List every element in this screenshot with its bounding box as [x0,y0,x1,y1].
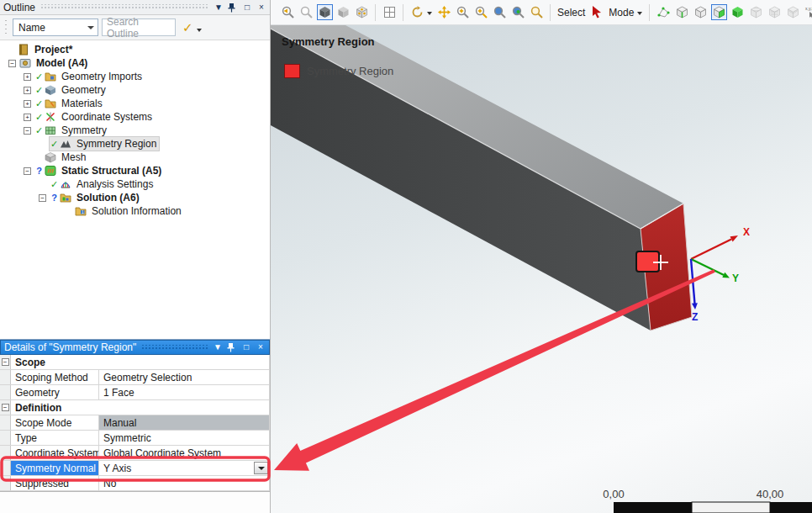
details-property-row[interactable]: Scoping MethodGeometry Selection [0,370,270,385]
chevron-down-icon[interactable] [427,12,432,15]
pin-icon[interactable] [228,3,238,13]
details-property-row[interactable]: Scope ModeManual [0,415,270,431]
tree-item-content[interactable]: ✓Materials [34,97,105,110]
tree-item-analysis-settings[interactable]: ✓Analysis Settings [0,177,270,191]
property-value[interactable]: No [99,476,270,490]
tree-item-content[interactable]: Mesh [34,151,88,164]
gray-cube-icon[interactable] [335,4,351,20]
details-property-row[interactable]: SuppressedNo [0,476,270,491]
tree-item-content[interactable]: ✓Symmetry [34,124,109,137]
collapse-toggle-icon[interactable]: − [2,404,9,411]
mesh-select-face-icon[interactable] [785,4,801,20]
property-label[interactable]: Geometry [11,385,99,399]
property-value[interactable]: 1 Face [99,385,270,399]
mode-label[interactable]: Mode [609,7,634,19]
select-body-icon[interactable] [730,4,746,20]
details-property-row[interactable]: Geometry1 Face [0,385,270,400]
property-value[interactable]: Global Coordinate System [99,446,270,460]
search-input[interactable]: Search Outline [102,19,176,36]
property-label[interactable]: Symmetry Normal [11,461,99,475]
collapse-toggle-icon[interactable]: − [2,358,9,366]
property-value[interactable]: Manual [99,415,270,430]
details-property-row[interactable]: Coordinate SystemGlobal Coordinate Syste… [0,446,270,461]
close-icon[interactable]: × [256,3,266,13]
tree-item-content[interactable]: ?Static Structural (A5) [34,164,164,177]
chevron-down-icon[interactable] [197,29,202,32]
mesh-select-element-icon[interactable] [767,4,783,20]
tree-item-coordinate-systems[interactable]: +✓Coordinate Systems [0,110,270,124]
details-category-row[interactable]: −Scope [0,355,270,370]
expand-toggle-icon[interactable]: − [24,167,31,175]
tree-item-geometry[interactable]: +✓Geometry [0,83,270,97]
zoom-box-icon[interactable] [298,4,314,20]
tree-item-content[interactable]: Project* [18,43,75,56]
expand-toggle-icon[interactable]: − [39,194,46,202]
zoom-dynamic-icon[interactable] [473,4,489,20]
pin-icon[interactable] [227,342,237,352]
tree-item-mesh[interactable]: Mesh [0,151,270,164]
tree-item-content[interactable]: ✓Analysis Settings [50,177,156,191]
tree-item-content[interactable]: 1Solution Information [65,204,184,218]
property-label[interactable]: Scope Mode [11,415,99,430]
property-label[interactable]: Suppressed [11,476,99,490]
collapse-icon[interactable]: ▼ [214,3,224,13]
close-icon[interactable]: × [256,342,266,352]
details-category-row[interactable]: −Definition [0,400,270,415]
multi-view-icon[interactable] [354,4,370,20]
tree-item-content[interactable]: ✓Geometry Imports [34,70,145,83]
maximize-icon[interactable]: □ [242,3,252,13]
tree-item-static-structural[interactable]: −?Static Structural (A5) [0,164,270,177]
mesh-select-node-icon[interactable] [748,4,764,20]
zoom-globe-icon[interactable] [492,4,508,20]
collapse-icon[interactable]: ▼ [213,342,223,352]
expand-toggle-icon[interactable]: + [24,114,31,121]
zoom-in-icon[interactable] [455,4,471,20]
tree-item-content[interactable]: ✓Geometry [34,83,108,97]
tree-item-symmetry[interactable]: −✓Symmetry [0,124,270,137]
tree-item-solution-information[interactable]: 1Solution Information [0,204,270,218]
pan-icon[interactable] [436,4,452,20]
select-edge-icon[interactable] [674,4,690,20]
property-value[interactable]: Geometry Selection [99,370,270,384]
property-value[interactable]: Symmetric [99,431,270,445]
chevron-down-icon[interactable] [637,12,642,15]
tree-item-materials[interactable]: +✓Materials [0,97,270,110]
tree-item-content[interactable]: ✓Coordinate Systems [34,110,155,124]
tree-item-content[interactable]: Model (A4) [19,56,90,70]
rotate-icon[interactable] [409,4,425,20]
zoom-back-icon[interactable] [280,4,296,20]
model-scene[interactable]: X Y Z 0,00 40,00 [271,25,812,513]
property-label[interactable]: Coordinate System [11,446,99,460]
property-label[interactable]: Type [11,431,99,445]
graphics-viewport[interactable]: X Y Z 0,00 40,00 Symmetry Region Symmetr… [271,0,812,513]
tree-item-solution[interactable]: −?Solution (A6) [0,191,270,204]
expand-toggle-icon[interactable]: + [24,87,31,94]
tree-item-content[interactable]: ✓Symmetry Region [50,137,159,151]
dropdown-button[interactable] [254,462,268,474]
tree-item-model[interactable]: −Model (A4) [0,56,270,70]
select-face-icon[interactable] [693,4,709,20]
tree-item-geometry-imports[interactable]: +✓Geometry Imports [0,70,270,83]
expand-toggle-icon[interactable]: + [24,73,31,81]
gold-check-icon[interactable]: ✓ [182,20,193,35]
coordinate-pick-icon[interactable]: x,y,z [804,4,812,20]
expand-toggle-icon[interactable]: + [24,100,31,108]
viewports-grid-icon[interactable] [382,4,398,20]
tree-item-content[interactable]: ?Solution (A6) [50,191,142,204]
details-property-row[interactable]: Symmetry NormalY Axis [0,461,270,476]
select-face-active-icon[interactable] [711,4,727,20]
select-vertex-icon[interactable] [656,4,672,20]
magnifier-icon[interactable] [529,4,545,20]
expand-toggle-icon[interactable]: − [8,60,16,67]
iso-view-icon[interactable] [317,4,333,20]
select-label[interactable]: Select [557,7,585,19]
details-property-row[interactable]: TypeSymmetric [0,431,270,446]
property-label[interactable]: Scoping Method [11,370,99,384]
property-value[interactable]: Y Axis [99,461,270,475]
grip-handle[interactable] [3,19,8,37]
filter-type-select[interactable]: Name [13,19,98,36]
maximize-icon[interactable]: □ [241,342,251,352]
zoom-globe-green-icon[interactable] [510,4,526,20]
tree-item-symmetry-region[interactable]: ✓Symmetry Region [0,137,270,151]
expand-toggle-icon[interactable]: − [24,127,31,135]
